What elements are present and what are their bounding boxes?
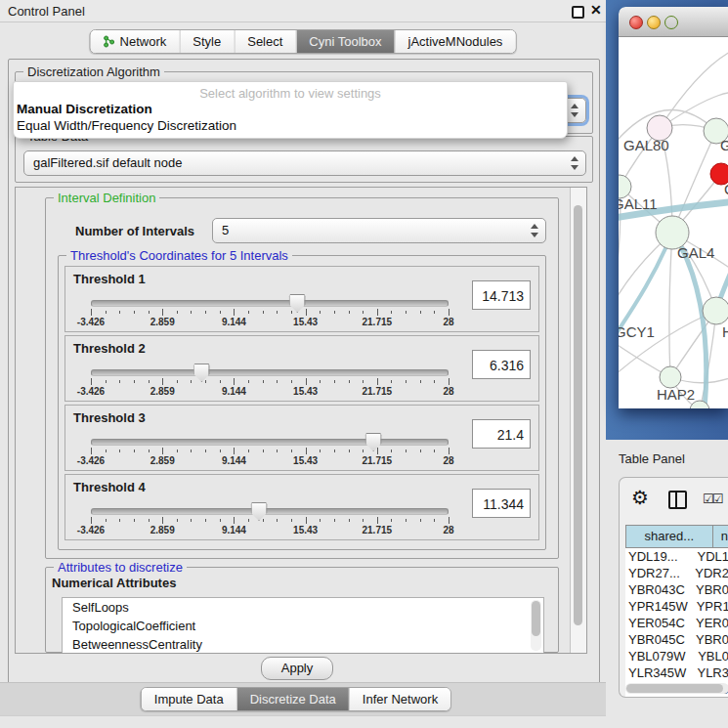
threshold-value-field[interactable]: 11.344 xyxy=(472,489,531,518)
checkbox-columns-icon[interactable]: ☑☑ xyxy=(703,492,721,506)
slider-track[interactable] xyxy=(91,300,449,307)
threshold-slider[interactable]: -3.4262.8599.14415.4321.71528 xyxy=(91,364,449,397)
tick-mark xyxy=(363,380,364,383)
slider-track[interactable] xyxy=(91,508,449,515)
threshold-value-field[interactable]: 14.713 xyxy=(472,280,531,310)
table-row[interactable]: YER054CYER0 xyxy=(625,615,728,631)
gear-icon[interactable]: ⚙ xyxy=(631,486,649,509)
tick-mark xyxy=(334,380,335,383)
threshold-list: Threshold 1-3.4262.8599.14415.4321.71528… xyxy=(64,266,539,545)
cyni-toolbox-panel: Discretization Algorithm Select algorith… xyxy=(8,59,600,684)
tick-label: 21.715 xyxy=(363,317,393,327)
node-label: GAL11 xyxy=(619,195,658,212)
vertical-scrollbar-thumb[interactable] xyxy=(574,205,582,625)
table-row[interactable]: YBR045CYBR0 xyxy=(625,631,728,648)
threshold-value-field[interactable]: 6.316 xyxy=(472,350,531,379)
tick-mark xyxy=(162,309,163,316)
table-data-combo-value: galFiltered.sif default node xyxy=(33,155,182,170)
number-of-intervals-combo[interactable]: 5 xyxy=(212,218,546,243)
cell-shared-name: YPR145W xyxy=(625,598,688,615)
slider-track[interactable] xyxy=(91,369,449,376)
node-label: HAP2 xyxy=(657,386,695,403)
slider-ticks xyxy=(91,378,449,386)
list-scrollbar-thumb[interactable] xyxy=(532,601,540,636)
tab-impute-data[interactable]: Impute Data xyxy=(142,688,236,710)
table-row[interactable]: YDR27...YDR2 xyxy=(625,565,728,581)
float-window-icon[interactable] xyxy=(572,6,584,19)
attribute-list-item[interactable]: BetweennessCentrality xyxy=(63,635,543,654)
tick-label: 21.715 xyxy=(363,525,393,535)
column-header-shared-name[interactable]: shared... xyxy=(625,525,713,548)
app-root: Control Panel ✕ NetworkStyleSelectCyni T… xyxy=(0,0,728,728)
slider-tick-labels: -3.4262.8599.14415.4321.71528 xyxy=(91,386,449,397)
tick-mark xyxy=(234,517,235,524)
table-row[interactable]: YDL19...YDL1 xyxy=(625,548,728,565)
tick-mark xyxy=(106,380,107,383)
tab-cyni-toolbox[interactable]: Cyni Toolbox xyxy=(295,30,394,53)
threshold-panel-2: Threshold 2-3.4262.8599.14415.4321.71528… xyxy=(64,335,539,402)
table-row[interactable]: YLR345WYLR3 xyxy=(625,664,728,681)
column-header-name[interactable]: n xyxy=(713,525,728,548)
dropdown-option-manual[interactable]: Manual Discretization xyxy=(14,101,567,117)
threshold-slider[interactable]: -3.4262.8599.14415.4321.71528 xyxy=(91,433,449,466)
tick-mark xyxy=(234,309,235,316)
tab-select[interactable]: Select xyxy=(234,30,295,53)
number-of-intervals-label: Number of Intervals xyxy=(75,224,194,238)
tick-mark xyxy=(177,311,178,314)
tick-mark xyxy=(320,311,321,314)
tab-discretize-data[interactable]: Discretize Data xyxy=(236,688,349,710)
slider-ticks xyxy=(91,448,449,455)
network-node[interactable] xyxy=(703,297,728,324)
list-scrollbar[interactable] xyxy=(531,600,541,651)
tick-mark xyxy=(320,380,321,383)
tick-mark xyxy=(91,378,92,385)
tick-mark xyxy=(434,380,435,383)
tick-mark xyxy=(377,517,378,524)
tick-mark xyxy=(449,517,450,524)
threshold-value-field[interactable]: 21.4 xyxy=(472,419,531,449)
tick-mark xyxy=(391,450,392,452)
tick-mark xyxy=(234,448,235,454)
close-icon[interactable]: ✕ xyxy=(590,2,602,18)
table-row[interactable]: YPR145WYPR1 xyxy=(625,598,728,615)
tick-mark xyxy=(349,450,350,452)
slider-track[interactable] xyxy=(91,439,449,446)
table-row[interactable]: YBR043CYBR0 xyxy=(625,581,728,598)
table-data-combo[interactable]: galFiltered.sif default node xyxy=(23,150,586,176)
node-label: GAL80 xyxy=(623,137,669,153)
network-edge-thick[interactable] xyxy=(619,233,672,362)
column-layout-icon[interactable] xyxy=(668,491,687,509)
threshold-slider[interactable]: -3.4262.8599.14415.4321.71528 xyxy=(91,294,449,327)
tick-mark xyxy=(248,311,249,314)
apply-button[interactable]: Apply xyxy=(261,657,333,680)
table-row[interactable]: YBL079WYBL0 xyxy=(625,648,728,664)
network-edge[interactable] xyxy=(619,96,620,187)
horizontal-scrollbar[interactable] xyxy=(625,683,728,694)
tab-network[interactable]: Network xyxy=(91,30,180,53)
tab-jactivemnodules[interactable]: jActiveMNodules xyxy=(395,30,516,53)
network-edge[interactable] xyxy=(669,233,672,377)
panel-title: Control Panel xyxy=(8,4,85,19)
horizontal-scrollbar-thumb[interactable] xyxy=(626,684,723,693)
attribute-list-item[interactable]: SelfLoops xyxy=(63,598,543,617)
node-label: GAL4 xyxy=(677,244,714,261)
network-canvas[interactable]: GAL80GACGAL11GAL4GCY1HHAP2 xyxy=(619,37,728,408)
tick-mark xyxy=(263,519,264,522)
tick-label: 9.144 xyxy=(222,386,246,397)
tab-infer-network[interactable]: Infer Network xyxy=(349,688,450,710)
tick-mark xyxy=(363,519,364,522)
tick-mark xyxy=(277,380,278,383)
vertical-scrollbar[interactable] xyxy=(570,188,586,653)
close-traffic-light-icon[interactable] xyxy=(629,16,643,29)
zoom-traffic-light-icon[interactable] xyxy=(664,16,678,29)
network-node[interactable] xyxy=(660,366,681,388)
dropdown-option-equal-width[interactable]: Equal Width/Frequency Discretization xyxy=(14,117,567,134)
attribute-list-item[interactable]: TopologicalCoefficient xyxy=(63,617,543,635)
tick-label: -3.426 xyxy=(77,386,105,397)
tick-mark xyxy=(149,519,150,522)
threshold-slider[interactable]: -3.4262.8599.14415.4321.71528 xyxy=(91,502,449,535)
tick-mark xyxy=(177,380,178,383)
node-label: H xyxy=(722,323,728,340)
tab-style[interactable]: Style xyxy=(179,30,234,53)
minimize-traffic-light-icon[interactable] xyxy=(647,16,661,29)
